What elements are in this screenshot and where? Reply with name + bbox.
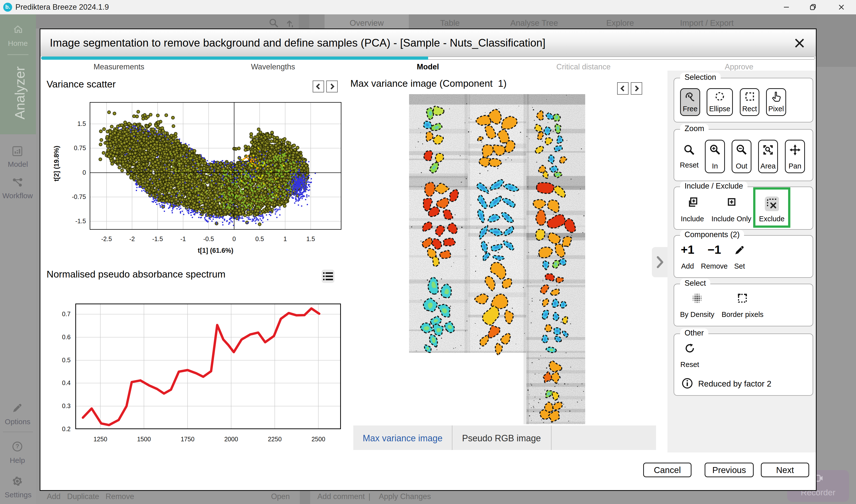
- svg-text:?: ?: [16, 443, 19, 449]
